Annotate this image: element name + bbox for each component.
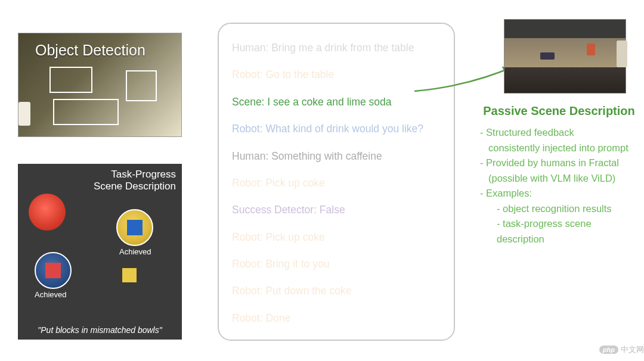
thumbnail-object [617,41,627,67]
scene-arrow-icon [414,63,519,95]
dialog-line: Robot: Bring it to you [232,257,441,272]
thumbnail-object [587,43,595,55]
yellow-bowl-icon [116,209,153,246]
dialog-line: Robot: Go to the table [232,67,441,82]
right-bullet-line: (possible with VLM like ViLD) [480,171,638,186]
right-bullet-line: - Provided by humans in Fractal [480,155,638,171]
dialog-line: Scene: I see a coke and lime soda [232,95,441,110]
dialog-line: Robot: Done [232,311,441,326]
right-bullet-line: - Structured feedback [480,125,638,141]
object-detection-title: Object Detection [35,42,145,59]
dialog-line: Human: Something with caffeine [232,149,441,164]
dialog-line: Success Detector: False [232,203,441,217]
task-progress-title-line1: Task-Progress [111,169,176,181]
detection-box [49,67,92,93]
php-badge-icon: php [599,346,618,354]
blue-block-icon [127,220,143,235]
left-column: Object Detection Task-Progress Scene Des… [18,33,191,340]
right-bullet-line: consistently injected into prompt [480,141,638,156]
task-caption: "Put blocks in mismatched bowls" [18,325,182,335]
dialog-line: Robot: Put down the coke [232,284,441,298]
blue-bowl-icon [35,252,72,289]
thumbnail-object [540,52,555,60]
right-bullet-line: - task-progress scene description [480,216,638,247]
dialog-line: Robot: What kind of drink would you like… [232,122,441,136]
task-progress-panel: Task-Progress Scene Description Achieved… [18,164,182,340]
detection-box [53,99,119,125]
right-bullet-line: - object recognition results [480,201,638,217]
red-block-icon [45,263,61,278]
yellow-block-icon [122,268,137,282]
watermark-text: 中文网 [621,344,644,355]
right-title: Passive Scene Description [480,104,638,118]
red-bowl-icon [29,194,66,231]
task-progress-title-line2: Scene Description [94,181,176,192]
dialog-line: Human: Bring me a drink from the table [232,41,441,55]
right-description: Passive Scene Description - Structured f… [480,104,638,247]
right-bullet-line: - Examples: [480,186,638,201]
achieved-label: Achieved [35,290,66,299]
right-bullet-list: - Structured feedback consistently injec… [480,125,638,247]
watermark: php 中文网 [599,344,644,355]
achieved-label: Achieved [119,247,151,256]
dialog-line: Robot: Pick up coke [232,230,441,245]
object-detection-image: Object Detection [18,33,182,137]
scene-object [18,102,30,126]
scene-thumbnail [504,19,626,94]
dialog-line: Robot: Pick up coke [232,176,441,191]
detection-box [126,70,157,101]
